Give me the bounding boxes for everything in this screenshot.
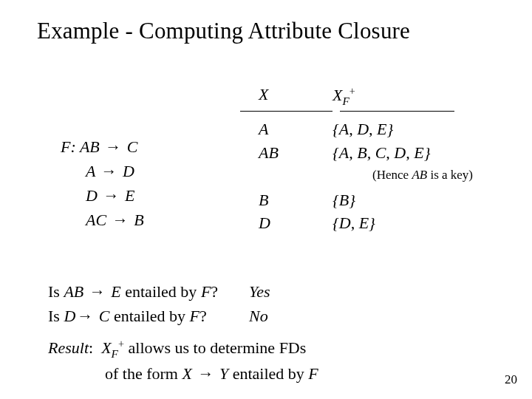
closure-table: X XF+ A {A, D, E} AB {A, B, C, D, E} (He… [240, 85, 477, 235]
table-header: X XF+ [240, 85, 477, 111]
cell-x: B [240, 188, 325, 212]
table-rows-group1: A {A, D, E} AB {A, B, C, D, E} [240, 117, 477, 165]
arrow-icon: → [88, 282, 107, 301]
arrow-icon: → [196, 364, 215, 383]
fd-set: F: AB → C A → D D → E AC → B [61, 134, 144, 232]
cell-x: AB [240, 141, 325, 165]
arrow-icon: → [101, 186, 120, 205]
arrow-icon: → [111, 211, 130, 229]
cell-xf: {B} [325, 188, 473, 212]
table-rows-group2: B {B} D {D, E} [240, 188, 477, 236]
cell-xf: {D, E} [325, 211, 473, 235]
table-row: B {B} [240, 188, 477, 212]
arrow-icon: → [100, 162, 119, 180]
cell-x: A [240, 117, 325, 141]
answer: No [249, 304, 268, 328]
fd-row: F: AB → C [61, 134, 144, 159]
entailment-questions: Is AB → E entailed by F? Yes Is D→ C ent… [48, 279, 270, 328]
fd-row: AC → B [61, 208, 144, 232]
table-row: D {D, E} [240, 211, 477, 235]
header-xfplus: XF+ [325, 85, 473, 108]
question-row: Is D→ C entailed by F? No [48, 304, 270, 328]
page-title: Example - Computing Attribute Closure [0, 0, 532, 44]
fd-row: D → E [61, 183, 144, 208]
table-row: AB {A, B, C, D, E} [240, 141, 477, 165]
table-rule [240, 111, 477, 112]
table-row: A {A, D, E} [240, 117, 477, 141]
fd-row: A → D [61, 159, 144, 183]
page-number: 20 [505, 372, 517, 387]
cell-xf: {A, D, E} [325, 117, 473, 141]
arrow-icon: → [75, 307, 95, 325]
cell-x: D [240, 211, 325, 235]
result-statement: Result: XF+ allows us to determine FDs o… [48, 336, 318, 386]
answer: Yes [249, 279, 270, 304]
cell-xf: {A, B, C, D, E} [325, 141, 473, 165]
question-row: Is AB → E entailed by F? Yes [48, 279, 270, 304]
header-x: X [240, 85, 325, 108]
key-note: (Hence AB is a key) [240, 168, 477, 183]
arrow-icon: → [103, 137, 123, 156]
